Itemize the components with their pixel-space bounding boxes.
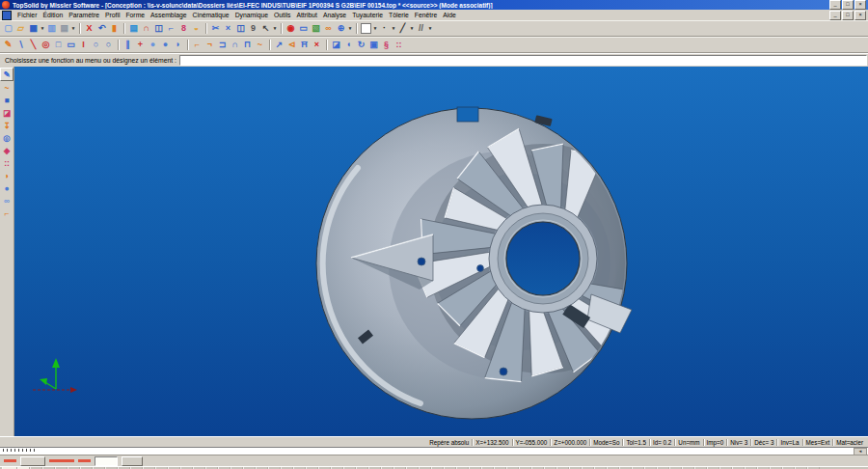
ellipse-icon[interactable]: ○ bbox=[90, 39, 102, 51]
sweep-icon[interactable]: ↻ bbox=[355, 39, 367, 51]
ellipse-filled-icon[interactable]: ● bbox=[147, 39, 159, 51]
circle-icon[interactable]: ○ bbox=[102, 39, 115, 51]
hatch-style-icon[interactable]: // bbox=[415, 22, 427, 35]
hook-curve-icon[interactable]: ⌐ bbox=[1, 207, 13, 219]
undo-icon[interactable]: ↶ bbox=[95, 22, 108, 35]
analysis-icon[interactable]: :: bbox=[1, 157, 13, 169]
cut-element-icon[interactable]: × bbox=[222, 22, 234, 35]
solid-box-icon[interactable]: ■ bbox=[1, 95, 13, 106]
magnet-tool-icon[interactable]: ∩ bbox=[140, 22, 152, 35]
menu-paramtre[interactable]: Paramètre bbox=[66, 12, 102, 18]
pattern-tool-icon[interactable]: 8 bbox=[177, 22, 190, 35]
solid-blob-icon[interactable]: ● bbox=[1, 182, 13, 194]
import-document-icon[interactable]: ▥ bbox=[45, 22, 58, 35]
zoom-window-icon[interactable]: ▭ bbox=[297, 22, 310, 35]
assembly-icon[interactable]: ◈ bbox=[1, 145, 13, 156]
model-canvas[interactable] bbox=[14, 67, 868, 436]
wrench-tool-icon[interactable]: ⌐ bbox=[165, 22, 177, 35]
edit-element-icon[interactable]: ▮ bbox=[108, 22, 121, 35]
menu-profil[interactable]: Profil bbox=[102, 12, 123, 18]
menu-assemblage[interactable]: Assemblage bbox=[148, 12, 189, 18]
menu-analyse[interactable]: Analyse bbox=[320, 12, 349, 18]
link-icon[interactable]: Ħ bbox=[298, 39, 311, 51]
frame-icon[interactable]: ▭ bbox=[65, 39, 77, 51]
arc-corner-icon[interactable]: ¬ bbox=[203, 39, 216, 51]
select-arrow-icon[interactable]: ↖ bbox=[259, 22, 272, 35]
parallel-lines-icon[interactable]: ∥ bbox=[122, 39, 134, 51]
glasses-3d-icon[interactable]: ∞ bbox=[322, 22, 335, 35]
render-menu-icon[interactable]: ▾ bbox=[347, 22, 353, 35]
drill-tool-icon[interactable]: ↧ bbox=[1, 120, 13, 131]
menu-tuyauterie[interactable]: Tuyauterie bbox=[349, 12, 386, 18]
menu-fichier[interactable]: Fichier bbox=[14, 12, 40, 18]
axis-icon[interactable]: I bbox=[77, 39, 90, 51]
delete-segment-icon[interactable]: × bbox=[311, 39, 323, 51]
save-icon[interactable]: ▦ bbox=[27, 22, 40, 35]
delete-icon[interactable]: X bbox=[83, 22, 95, 35]
coffee-cup-icon[interactable]: ◒ bbox=[190, 22, 203, 35]
prompt-input[interactable] bbox=[179, 55, 867, 66]
bridge-icon[interactable]: ⊓ bbox=[241, 39, 254, 51]
revolve-icon[interactable]: ◖ bbox=[342, 39, 355, 51]
line-icon[interactable]: ╲ bbox=[27, 39, 40, 51]
surface-icon[interactable]: ◗ bbox=[172, 39, 184, 51]
surface-patch-icon[interactable]: ◗ bbox=[1, 170, 13, 181]
target-circles-icon[interactable]: ◎ bbox=[1, 132, 13, 144]
spline-icon[interactable]: ~ bbox=[254, 39, 266, 51]
find-binoculars-icon[interactable]: ◫ bbox=[152, 22, 165, 35]
select-menu-icon[interactable]: ▾ bbox=[272, 22, 278, 35]
menu-cinmatique[interactable]: Cinématique bbox=[189, 12, 231, 18]
open-folder-icon[interactable]: ▱ bbox=[14, 22, 27, 35]
duplicate-icon[interactable]: ▣ bbox=[367, 39, 380, 51]
maximize-button[interactable]: □ bbox=[842, 0, 854, 10]
chamfer-icon[interactable]: ⊲ bbox=[285, 39, 298, 51]
measure-icon[interactable]: 9 bbox=[247, 22, 259, 35]
menu-tlerie[interactable]: Tôlerie bbox=[386, 12, 412, 18]
grid-icon[interactable]: :: bbox=[393, 39, 405, 51]
child-restore-button[interactable]: □ bbox=[842, 11, 854, 20]
print-icon[interactable]: ▤ bbox=[58, 22, 70, 35]
sketch-mode-icon[interactable]: ✎ bbox=[0, 68, 14, 81]
rectangle-icon[interactable]: □ bbox=[52, 39, 65, 51]
scissors-icon[interactable]: ✂ bbox=[209, 22, 222, 35]
alpha-scroll-button[interactable]: ◄ bbox=[854, 448, 867, 455]
dome-icon[interactable]: ∩ bbox=[229, 39, 241, 51]
circle-center-icon[interactable]: ◎ bbox=[40, 39, 52, 51]
sphere-icon[interactable]: ● bbox=[159, 39, 172, 51]
trim-icon[interactable]: ↗ bbox=[273, 39, 285, 51]
menu-dition[interactable]: Édition bbox=[40, 12, 66, 18]
viewport-3d[interactable] bbox=[14, 67, 868, 436]
helix-icon[interactable]: § bbox=[380, 39, 393, 51]
point-style-icon[interactable]: · bbox=[378, 22, 391, 35]
close-button[interactable]: × bbox=[854, 0, 866, 10]
menu-attribut[interactable]: Attribut bbox=[293, 12, 320, 18]
print-menu-icon[interactable]: ▾ bbox=[70, 22, 76, 35]
menu-aide[interactable]: Aide bbox=[440, 12, 459, 18]
sketch-icon[interactable]: ✎ bbox=[2, 39, 14, 51]
menu-dynamique[interactable]: Dynamique bbox=[232, 12, 271, 18]
chain-link-icon[interactable]: ∞ bbox=[1, 195, 13, 207]
color-swatch-icon[interactable] bbox=[360, 22, 372, 35]
new-document-icon[interactable]: ▢ bbox=[2, 22, 14, 35]
line-style-icon[interactable]: ╱ bbox=[396, 22, 409, 35]
surface-tools-icon[interactable]: ◪ bbox=[1, 107, 13, 119]
menu-forme[interactable]: Forme bbox=[122, 12, 148, 18]
field-box[interactable] bbox=[20, 456, 45, 466]
arc-icon[interactable]: ⌐ bbox=[191, 39, 203, 51]
menu-fentre[interactable]: Fenêtre bbox=[412, 12, 440, 18]
extrude-icon[interactable]: ◪ bbox=[330, 39, 342, 51]
offset-icon[interactable]: ⊐ bbox=[216, 39, 229, 51]
hatch-style-menu-icon[interactable]: ▾ bbox=[427, 22, 433, 35]
child-minimize-button[interactable]: _ bbox=[829, 11, 841, 20]
binoculars-icon[interactable]: ◫ bbox=[234, 22, 247, 35]
contour-icon[interactable]: ∖ bbox=[14, 39, 27, 51]
field-button[interactable] bbox=[122, 456, 143, 466]
field-input[interactable] bbox=[95, 456, 118, 466]
menu-outils[interactable]: Outils bbox=[271, 12, 293, 18]
render-globe-icon[interactable]: ⊕ bbox=[335, 22, 347, 35]
point-plus-icon[interactable]: + bbox=[134, 39, 147, 51]
image-view-icon[interactable]: ▧ bbox=[310, 22, 322, 35]
minimize-button[interactable]: _ bbox=[829, 0, 841, 10]
zoom-magnifier-icon[interactable]: ◉ bbox=[285, 22, 297, 35]
modify-list-icon[interactable]: ▤ bbox=[127, 22, 140, 35]
